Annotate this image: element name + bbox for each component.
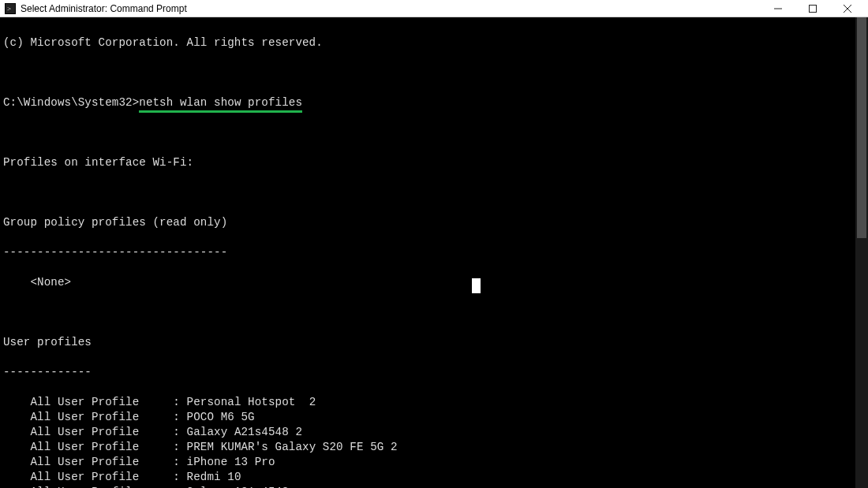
group-policy-heading: Group policy profiles (read only) <box>3 215 868 230</box>
profile-row: All User Profile : Personal Hotspot 2 <box>3 395 868 410</box>
prompt-line-1: C:\Windows\System32>netsh wlan show prof… <box>3 95 868 110</box>
interface-heading: Profiles on interface Wi-Fi: <box>3 155 868 170</box>
profile-name: Galaxy A21s4548 2 <box>187 426 302 438</box>
svg-text:>: > <box>7 5 11 13</box>
profile-row: All User Profile : Galaxy A21s4548 <box>3 485 868 488</box>
user-profiles-dashes: ------------- <box>3 365 868 380</box>
group-policy-dashes: --------------------------------- <box>3 245 868 260</box>
close-button[interactable] <box>830 0 865 17</box>
terminal-output[interactable]: (c) Microsoft Corporation. All rights re… <box>0 17 868 488</box>
group-policy-none: <None> <box>3 275 868 290</box>
minimize-button[interactable] <box>761 0 795 17</box>
scrollbar[interactable] <box>855 17 868 488</box>
blank-line <box>3 305 868 320</box>
blank-line <box>3 125 868 140</box>
maximize-button[interactable] <box>795 0 830 17</box>
scrollbar-thumb[interactable] <box>857 17 866 238</box>
profile-label: All User Profile : <box>3 456 187 468</box>
profile-row: All User Profile : PREM KUMAR's Galaxy S… <box>3 440 868 455</box>
window-title: Select Administrator: Command Prompt <box>21 3 187 14</box>
command-1: netsh wlan show profiles <box>139 95 302 113</box>
svg-rect-4 <box>810 5 817 12</box>
profile-label: All User Profile : <box>3 411 187 423</box>
profile-label: All User Profile : <box>3 396 187 408</box>
copyright-line: (c) Microsoft Corporation. All rights re… <box>3 35 868 50</box>
profile-name: POCO M6 5G <box>187 411 255 423</box>
titlebar[interactable]: > Select Administrator: Command Prompt <box>0 0 868 17</box>
cmd-icon: > <box>5 3 16 14</box>
user-profiles-heading: User profiles <box>3 335 868 350</box>
profile-label: All User Profile : <box>3 471 187 483</box>
profile-row: All User Profile : Redmi 10 <box>3 470 868 485</box>
blank-line <box>3 185 868 200</box>
profile-name: Redmi 10 <box>187 471 241 483</box>
profile-name: iPhone 13 Pro <box>187 456 275 468</box>
profile-row: All User Profile : POCO M6 5G <box>3 410 868 425</box>
profile-label: All User Profile : <box>3 426 187 438</box>
text-cursor <box>472 278 481 293</box>
profile-name: PREM KUMAR's Galaxy S20 FE 5G 2 <box>187 441 398 453</box>
prompt-path: C:\Windows\System32> <box>3 96 139 109</box>
profile-row: All User Profile : iPhone 13 Pro <box>3 455 868 470</box>
profile-row: All User Profile : Galaxy A21s4548 2 <box>3 425 868 440</box>
profile-name: Personal Hotspot 2 <box>187 396 316 408</box>
profile-label: All User Profile : <box>3 441 187 453</box>
blank-line <box>3 65 868 80</box>
